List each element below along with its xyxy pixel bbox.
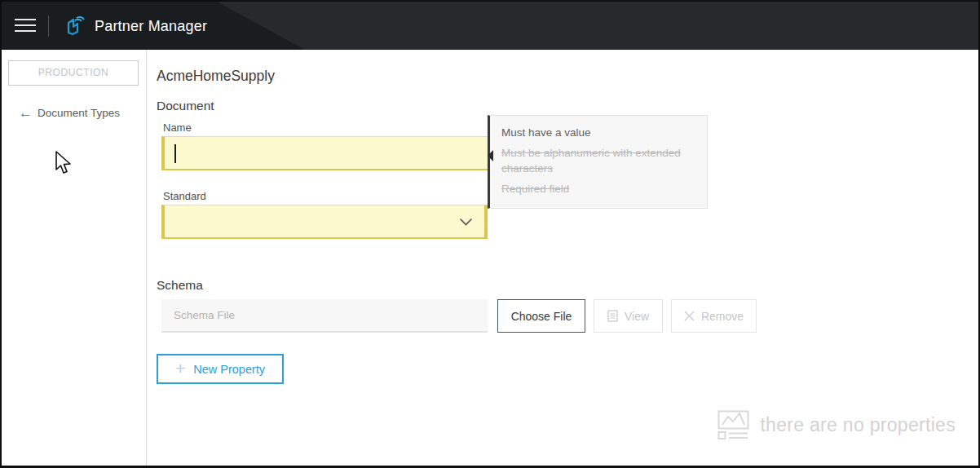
text-caret [174,144,176,163]
sidebar: PRODUCTION ← Document Types [2,50,147,466]
new-property-label: New Property [193,363,265,376]
standard-field-label: Standard [163,190,206,202]
validation-tooltip: Must have a value Must be alphanumeric w… [488,115,708,209]
name-field-label: Name [163,121,192,134]
schema-file-input[interactable] [161,299,488,333]
chevron-down-icon [459,218,473,227]
document-section-heading: Document [157,99,214,113]
hamburger-menu-icon[interactable] [15,19,36,33]
chart-placeholder-icon [717,410,750,440]
new-property-button[interactable]: + New Property [157,354,284,384]
app-window: Partner Manager PRODUCTION ← Document Ty… [0,0,980,468]
back-link-label: Document Types [38,107,120,119]
back-to-document-types-link[interactable]: ← Document Types [19,106,120,120]
mouse-cursor-icon [53,150,73,176]
validation-rule-met: Must be alphanumeric with extended chara… [501,145,695,177]
remove-button[interactable]: Remove [671,299,757,333]
view-button[interactable]: View [594,299,663,333]
choose-file-label: Choose File [511,310,572,323]
view-label: View [625,310,649,323]
plus-icon: + [175,360,185,377]
empty-properties-state: there are no properties [717,410,956,440]
choose-file-button[interactable]: Choose File [497,299,585,333]
schema-section-heading: Schema [157,278,203,293]
partner-manager-logo-icon [63,15,86,38]
remove-label: Remove [701,310,744,323]
page-title: AcmeHomeSupply [157,68,275,85]
document-icon [607,310,618,322]
environment-selector-button[interactable]: PRODUCTION [8,60,139,86]
standard-select[interactable] [161,205,488,239]
app-header: Partner Manager [2,2,978,50]
main-content: AcmeHomeSupply Document Name Standard Mu… [147,50,978,466]
validation-rule-met: Required field [501,181,695,197]
validation-rule-unmet: Must have a value [501,125,695,141]
close-icon [684,311,695,321]
app-title: Partner Manager [95,18,207,35]
back-arrow-icon: ← [19,106,33,120]
empty-state-text: there are no properties [760,414,956,436]
header-divider [48,15,49,37]
name-input[interactable] [161,136,488,170]
